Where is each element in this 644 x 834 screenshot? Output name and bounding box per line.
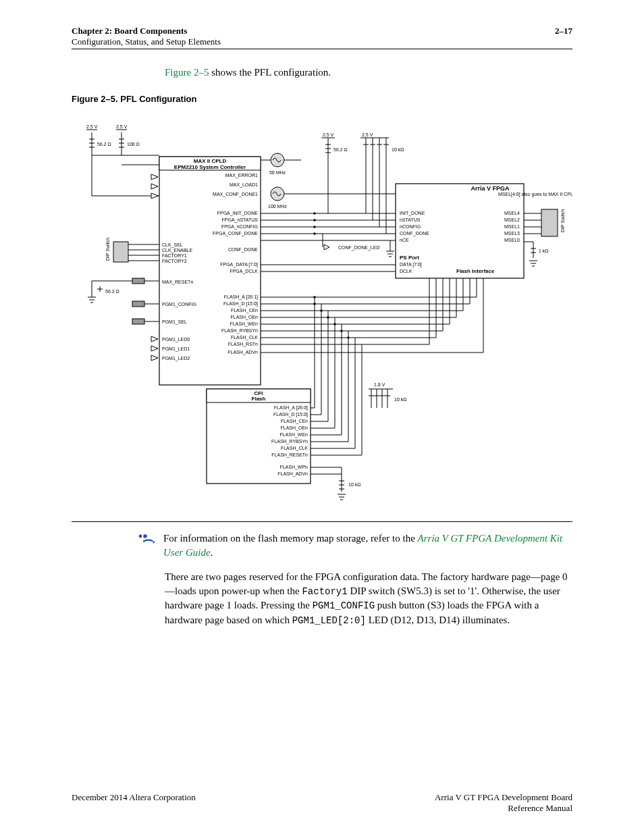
svg-text:MSEL3: MSEL3 <box>504 231 520 236</box>
svg-text:PGM1_LED0: PGM1_LED0 <box>162 337 190 342</box>
svg-text:PGM1_SEL: PGM1_SEL <box>162 319 187 325</box>
svg-text:FLASH_RYBSYn: FLASH_RYBSYn <box>271 439 308 444</box>
svg-rect-111 <box>132 301 144 307</box>
svg-text:DIP Switch: DIP Switch <box>105 238 110 261</box>
svg-text:MSEL0: MSEL0 <box>504 238 520 242</box>
figure-diagram: .lbl { font: 7px Arial, sans-serif; } .l… <box>72 109 572 522</box>
svg-text:FPGA_INIT_DONE: FPGA_INIT_DONE <box>217 211 259 216</box>
code-pgm1-config: PGM1_CONFIG <box>313 600 375 611</box>
svg-text:FLASH_CEn: FLASH_CEn <box>231 308 258 313</box>
svg-text:FLASH_WEn: FLASH_WEn <box>279 432 308 438</box>
svg-text:INIT_DONE: INIT_DONE <box>400 211 425 216</box>
svg-text:nCE: nCE <box>400 238 409 242</box>
svg-text:CONF_DONE_LED: CONF_DONE_LED <box>338 245 379 251</box>
svg-text:CONF_DONE: CONF_DONE <box>228 247 258 253</box>
svg-text:FLASH_CLK: FLASH_CLK <box>281 446 308 451</box>
svg-text:MAX_RESETn: MAX_RESETn <box>162 280 193 285</box>
svg-point-54 <box>313 219 316 221</box>
footer-doc-subtitle: Reference Manual <box>435 803 572 814</box>
svg-text:nSTATUS: nSTATUS <box>400 217 421 222</box>
svg-text:Arria V FPGA: Arria V FPGA <box>471 185 510 192</box>
svg-text:FPGA_CONF_DONE: FPGA_CONF_DONE <box>213 231 258 236</box>
svg-text:DCLK: DCLK <box>400 269 412 273</box>
svg-text:PGM1_CONFIG: PGM1_CONFIG <box>162 302 196 307</box>
svg-text:50 MHz: 50 MHz <box>269 170 286 175</box>
svg-text:FLASH_WPn: FLASH_WPn <box>279 465 308 470</box>
footer-left: December 2014 Altera Corporation <box>72 792 196 814</box>
svg-text:56.2 Ω: 56.2 Ω <box>105 289 119 294</box>
svg-point-53 <box>313 212 316 215</box>
svg-text:Flash Interface: Flash Interface <box>456 268 495 274</box>
svg-text:DATA [7:0]: DATA [7:0] <box>400 262 422 267</box>
svg-text:FLASH_OEn: FLASH_OEn <box>231 315 259 320</box>
svg-text:Flash: Flash <box>252 396 266 402</box>
svg-text:DIP Switch: DIP Switch <box>560 209 565 232</box>
svg-text:1 kΩ: 1 kΩ <box>539 249 549 253</box>
svg-text:MAX_CONF_DONE1: MAX_CONF_DONE1 <box>213 192 258 197</box>
svg-text:FLASH_RSTn: FLASH_RSTn <box>228 342 258 347</box>
footer-doc-title: Arria V GT FPGA Development Board <box>435 792 572 803</box>
svg-text:2.5 V: 2.5 V <box>362 132 373 137</box>
info-icon <box>136 531 163 559</box>
svg-text:MSEL4: MSEL4 <box>504 211 520 215</box>
svg-text:FPGA_DCLK: FPGA_DCLK <box>230 269 258 274</box>
svg-text:PGM1_LED1: PGM1_LED1 <box>162 346 190 352</box>
svg-text:MSEL1: MSEL1 <box>504 224 520 229</box>
svg-text:CLK_ENABLE: CLK_ENABLE <box>162 248 192 253</box>
svg-text:56.2 Ω: 56.2 Ω <box>97 142 111 147</box>
svg-text:FLASH_D [15:0]: FLASH_D [15:0] <box>273 412 308 417</box>
svg-text:56.2 Ω: 56.2 Ω <box>333 147 348 152</box>
svg-text:FLASH_ADVn: FLASH_ADVn <box>227 350 258 355</box>
note-text: For information on the flash memory map … <box>163 531 572 559</box>
svg-text:MAX II CPLD: MAX II CPLD <box>194 158 227 164</box>
svg-text:nCONFIG: nCONFIG <box>400 224 421 229</box>
figure-reference-link[interactable]: Figure 2–5 <box>165 67 209 78</box>
svg-text:FLASH_CLK: FLASH_CLK <box>231 335 258 340</box>
svg-text:FLASH_RESETn: FLASH_RESETn <box>271 452 308 458</box>
svg-text:2.5 V: 2.5 V <box>116 124 128 129</box>
svg-text:FLASH_RYBSYn: FLASH_RYBSYn <box>221 328 258 334</box>
svg-text:FPGA_nSTATUS: FPGA_nSTATUS <box>222 217 259 223</box>
svg-text:PGM1_LED2: PGM1_LED2 <box>162 356 190 361</box>
svg-text:FLASH_ADVn: FLASH_ADVn <box>277 471 308 477</box>
svg-rect-93 <box>113 242 128 262</box>
svg-point-191 <box>139 535 142 538</box>
svg-text:10 kΩ: 10 kΩ <box>348 482 360 487</box>
page-header: Chapter 2: Board Components Configuratio… <box>72 26 572 49</box>
svg-text:2.5 V: 2.5 V <box>323 132 334 137</box>
page-footer: December 2014 Altera Corporation Arria V… <box>72 792 572 814</box>
svg-rect-87 <box>541 209 558 236</box>
svg-text:CONF_DONE: CONF_DONE <box>400 231 429 236</box>
svg-text:FLASH_OEn: FLASH_OEn <box>281 425 308 431</box>
code-pgm1-led: PGM1_LED[2:0] <box>292 615 366 626</box>
svg-point-192 <box>143 534 147 538</box>
svg-point-56 <box>313 232 316 235</box>
page-number: 2–17 <box>555 26 572 47</box>
svg-text:MSEL2: MSEL2 <box>504 217 520 222</box>
svg-text:FLASH_WEn: FLASH_WEn <box>230 321 258 327</box>
svg-text:100 Ω: 100 Ω <box>127 142 140 147</box>
svg-text:10 kΩ: 10 kΩ <box>392 147 404 152</box>
svg-text:FLASH_D [15:0]: FLASH_D [15:0] <box>223 301 258 307</box>
figure-caption: Figure 2–5. PFL Configuration <box>72 94 572 104</box>
body-paragraph: There are two pages reserved for the FPG… <box>165 570 572 628</box>
svg-text:MSEL[4:0] also goes to MAX II : MSEL[4:0] also goes to MAX II CPLD <box>498 192 572 197</box>
svg-text:100 MHz: 100 MHz <box>268 204 288 209</box>
svg-text:FLASH_CEn: FLASH_CEn <box>281 419 308 424</box>
section-label: Configuration, Status, and Setup Element… <box>72 36 221 47</box>
svg-rect-112 <box>132 319 144 324</box>
svg-text:1.8 V: 1.8 V <box>374 382 385 387</box>
svg-text:FPGA_DATA [7:0]: FPGA_DATA [7:0] <box>220 262 258 267</box>
svg-text:FACTORY2: FACTORY2 <box>162 259 187 263</box>
intro-text: shows the PFL configuration. <box>209 67 331 78</box>
svg-text:CLK_SEL: CLK_SEL <box>162 242 183 248</box>
chapter-label: Chapter 2: Board Components <box>72 26 221 36</box>
svg-text:EPM2210 System Controller: EPM2210 System Controller <box>174 164 246 170</box>
svg-text:FLASH_A [26:0]: FLASH_A [26:0] <box>274 405 308 411</box>
svg-text:FLASH_A [26:1]: FLASH_A [26:1] <box>224 294 258 300</box>
svg-text:10 kΩ: 10 kΩ <box>394 397 406 402</box>
svg-text:MAX_LOAD1: MAX_LOAD1 <box>230 182 258 188</box>
svg-text:MAX_ERROR1: MAX_ERROR1 <box>225 173 258 178</box>
svg-point-55 <box>313 226 316 228</box>
intro-paragraph: Figure 2–5 shows the PFL configuration. <box>165 66 572 79</box>
